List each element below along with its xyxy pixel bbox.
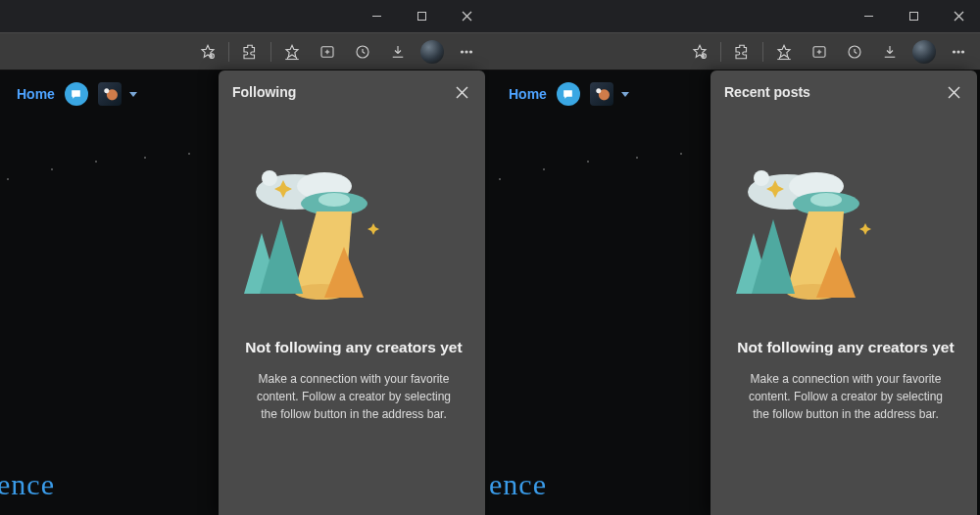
svg-point-40 — [953, 50, 955, 52]
background-decoration — [0, 149, 213, 208]
extensions-icon[interactable] — [725, 36, 759, 68]
collections-icon[interactable] — [803, 36, 836, 68]
profile-avatar[interactable] — [420, 40, 444, 64]
toolbar-separator — [720, 42, 721, 62]
browser-toolbar — [489, 32, 980, 70]
chat-icon[interactable] — [65, 82, 88, 106]
toolbar-separator — [762, 42, 763, 62]
browser-window: Home ence Following — [0, 0, 489, 515]
more-icon[interactable] — [942, 36, 975, 68]
history-icon[interactable] — [346, 36, 379, 68]
empty-state-title: Not following any creators yet — [736, 339, 956, 356]
maximize-button[interactable] — [891, 0, 936, 32]
favorite-star-icon[interactable] — [191, 36, 224, 68]
maximize-button[interactable] — [399, 0, 444, 32]
profile-avatar[interactable] — [912, 40, 936, 64]
favorite-star-icon[interactable] — [683, 36, 716, 68]
user-avatar[interactable] — [98, 82, 122, 106]
svg-point-15 — [469, 50, 471, 52]
chat-icon[interactable] — [557, 82, 580, 106]
empty-state-illustration — [226, 164, 393, 311]
panel-body: Not following any creators yet Make a co… — [226, 114, 481, 515]
panel-body: Not following any creators yet Make a co… — [718, 114, 973, 515]
svg-point-42 — [961, 50, 963, 52]
page-title-fragment: ence — [0, 468, 55, 501]
panel-close-button[interactable] — [944, 82, 963, 102]
minimize-button[interactable] — [846, 0, 891, 32]
minimize-button[interactable] — [354, 0, 399, 32]
close-window-button[interactable] — [444, 0, 489, 32]
svg-rect-28 — [909, 13, 917, 21]
window-titlebar — [0, 0, 489, 32]
home-link[interactable]: Home — [509, 86, 547, 102]
browser-toolbar — [0, 32, 489, 70]
toolbar-separator — [270, 42, 271, 62]
more-icon[interactable] — [450, 36, 483, 68]
downloads-icon[interactable] — [873, 36, 906, 68]
empty-state-illustration — [718, 164, 885, 311]
panel-header: Following — [219, 70, 485, 114]
favorites-icon[interactable] — [275, 36, 309, 68]
panel-title: Following — [232, 84, 296, 100]
page-content: Home ence Recent posts — [489, 70, 980, 515]
page-nav: Home — [17, 82, 137, 106]
toolbar-separator — [228, 42, 229, 62]
background-decoration — [489, 149, 705, 208]
svg-point-21 — [318, 193, 350, 207]
extensions-icon[interactable] — [233, 36, 267, 68]
svg-point-13 — [461, 50, 463, 52]
sidebar-panel: Following — [219, 70, 485, 515]
svg-point-48 — [810, 193, 842, 207]
chevron-down-icon[interactable] — [129, 92, 137, 97]
home-link[interactable]: Home — [17, 86, 55, 102]
svg-rect-1 — [417, 13, 425, 21]
sidebar-panel: Recent posts — [710, 70, 977, 515]
user-avatar[interactable] — [590, 82, 613, 106]
svg-point-41 — [957, 50, 959, 52]
panel-title: Recent posts — [724, 84, 810, 100]
svg-point-14 — [466, 50, 467, 52]
history-icon[interactable] — [838, 36, 871, 68]
window-titlebar — [489, 0, 980, 32]
close-window-button[interactable] — [936, 0, 980, 32]
page-content: Home ence Following — [0, 70, 489, 515]
empty-state-title: Not following any creators yet — [244, 339, 464, 356]
browser-window: Home ence Recent posts — [489, 0, 980, 515]
empty-state-body: Make a connection with your favorite con… — [740, 370, 952, 423]
chevron-down-icon[interactable] — [621, 92, 629, 97]
page-nav: Home — [509, 82, 629, 106]
favorites-icon[interactable] — [767, 36, 801, 68]
panel-close-button[interactable] — [452, 82, 471, 102]
empty-state-body: Make a connection with your favorite con… — [248, 370, 460, 423]
page-title-fragment: ence — [489, 468, 547, 501]
downloads-icon[interactable] — [381, 36, 415, 68]
collections-icon[interactable] — [311, 36, 344, 68]
panel-header: Recent posts — [710, 70, 977, 114]
